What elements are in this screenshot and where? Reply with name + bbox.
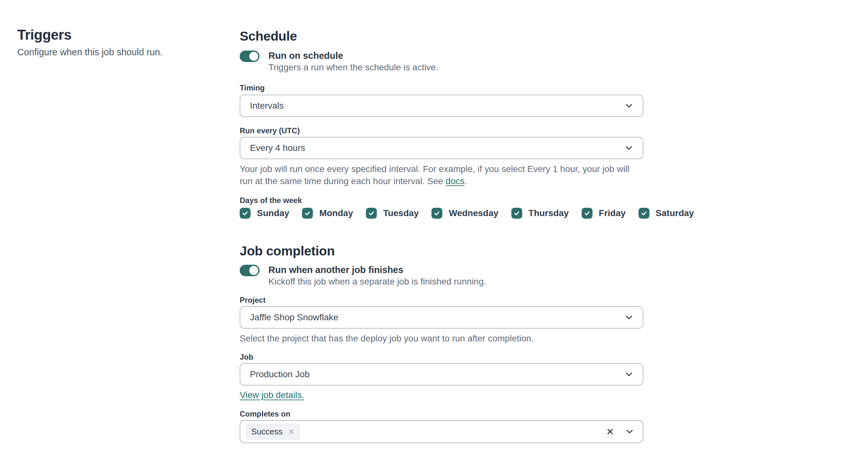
- project-select-value: Jaffle Shop Snowflake: [250, 312, 625, 322]
- project-select[interactable]: Jaffle Shop Snowflake: [240, 306, 643, 329]
- completes-on-label: Completes on: [240, 409, 643, 419]
- run-every-select[interactable]: Every 4 hours: [240, 137, 643, 159]
- completes-on-multiselect[interactable]: Success: [240, 420, 643, 443]
- project-label: Project: [240, 295, 643, 305]
- chevron-down-icon[interactable]: [625, 428, 634, 436]
- day-checkbox-friday[interactable]: Friday: [582, 208, 626, 219]
- chevron-down-icon: [625, 370, 633, 378]
- run-when-job-finishes-row: Run when another job finishes Kickoff th…: [240, 264, 643, 288]
- days-of-week-label: Days of the week: [240, 196, 643, 205]
- run-on-schedule-description: Triggers a run when the schedule is acti…: [269, 61, 438, 73]
- day-checkbox-monday[interactable]: Monday: [302, 208, 353, 219]
- days-of-week-row: Sunday Monday Tuesday Wednesday Thursday…: [240, 208, 643, 219]
- checkbox-checked-icon: [582, 208, 592, 219]
- day-label: Monday: [319, 208, 353, 218]
- timing-select[interactable]: Intervals: [240, 95, 643, 117]
- help-text-segment: .: [465, 176, 467, 186]
- chevron-down-icon: [625, 313, 633, 321]
- run-on-schedule-text: Run on schedule Triggers a run when the …: [269, 50, 438, 73]
- help-text-segment: Your job will run once every specified i…: [240, 164, 629, 186]
- run-when-job-finishes-toggle[interactable]: [240, 265, 259, 276]
- timing-select-value: Intervals: [250, 101, 625, 111]
- view-job-details-link[interactable]: View job details.: [240, 389, 304, 401]
- run-every-select-value: Every 4 hours: [250, 143, 625, 153]
- triggers-form-panel: Schedule Run on schedule Triggers a run …: [240, 28, 643, 443]
- toggle-knob: [249, 266, 258, 275]
- day-checkbox-sunday[interactable]: Sunday: [240, 208, 289, 219]
- checkbox-checked-icon: [431, 208, 442, 219]
- checkbox-checked-icon: [240, 208, 251, 219]
- day-checkbox-thursday[interactable]: Thursday: [512, 208, 569, 219]
- day-label: Saturday: [656, 208, 694, 218]
- docs-link[interactable]: docs: [445, 176, 464, 186]
- project-help-text: Select the project that has the deploy j…: [240, 333, 641, 345]
- job-select-value: Production Job: [250, 369, 625, 379]
- selected-tag-success: Success: [245, 424, 301, 440]
- day-checkbox-saturday[interactable]: Saturday: [639, 208, 694, 219]
- run-on-schedule-label: Run on schedule: [269, 50, 438, 61]
- day-checkbox-tuesday[interactable]: Tuesday: [366, 208, 419, 219]
- run-every-label: Run every (UTC): [240, 126, 643, 135]
- triggers-intro-panel: Triggers Configure when this job should …: [17, 27, 215, 58]
- checkbox-checked-icon: [366, 208, 377, 219]
- tag-remove-icon[interactable]: [288, 428, 294, 435]
- day-label: Wednesday: [449, 208, 498, 218]
- page-title: Triggers: [17, 27, 215, 43]
- timing-label: Timing: [240, 83, 643, 93]
- day-label: Friday: [599, 208, 626, 218]
- run-when-job-finishes-description: Kickoff this job when a separate job is …: [269, 276, 486, 288]
- schedule-heading: Schedule: [240, 28, 643, 44]
- day-label: Tuesday: [383, 208, 419, 218]
- run-on-schedule-row: Run on schedule Triggers a run when the …: [240, 50, 643, 73]
- day-label: Sunday: [257, 208, 289, 218]
- job-select[interactable]: Production Job: [240, 363, 643, 385]
- chevron-down-icon: [625, 144, 633, 152]
- tag-label: Success: [251, 427, 282, 437]
- run-when-job-finishes-label: Run when another job finishes: [269, 264, 486, 276]
- chevron-down-icon: [625, 102, 633, 110]
- day-label: Thursday: [529, 208, 569, 218]
- day-checkbox-wednesday[interactable]: Wednesday: [431, 208, 498, 219]
- run-on-schedule-toggle[interactable]: [240, 51, 259, 62]
- clear-all-icon[interactable]: [606, 428, 614, 435]
- triggers-settings-page: Triggers Configure when this job should …: [0, 0, 868, 468]
- checkbox-checked-icon: [302, 208, 313, 219]
- job-completion-heading: Job completion: [240, 243, 643, 259]
- checkbox-checked-icon: [512, 208, 522, 219]
- run-when-job-finishes-text: Run when another job finishes Kickoff th…: [269, 264, 486, 288]
- page-subtitle: Configure when this job should run.: [17, 46, 215, 59]
- toggle-knob: [249, 52, 258, 61]
- run-every-help-text: Your job will run once every specified i…: [240, 163, 641, 187]
- checkbox-checked-icon: [639, 208, 649, 219]
- job-label: Job: [240, 352, 643, 362]
